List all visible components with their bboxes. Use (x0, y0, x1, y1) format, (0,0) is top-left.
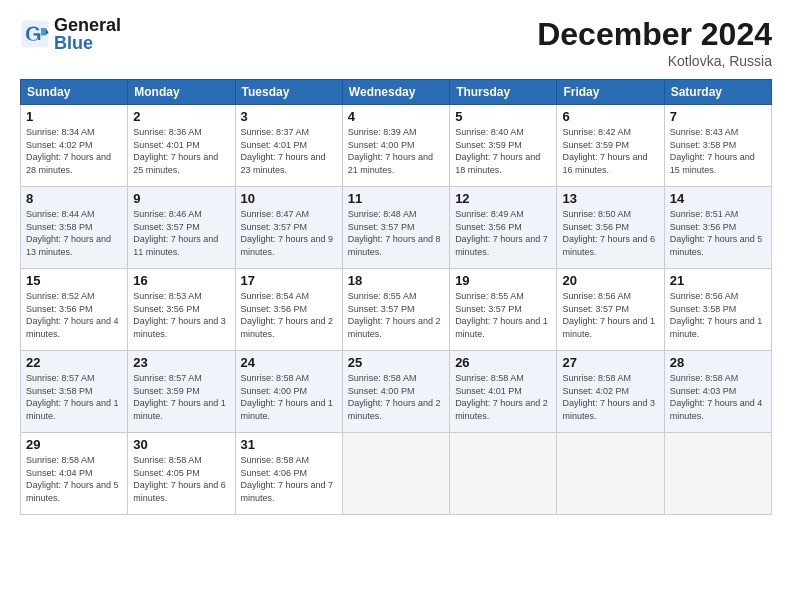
calendar-cell: 23Sunrise: 8:57 AMSunset: 3:59 PMDayligh… (128, 351, 235, 433)
day-info: Sunrise: 8:58 AMSunset: 4:00 PMDaylight:… (348, 372, 444, 422)
column-header-thursday: Thursday (450, 80, 557, 105)
calendar-cell: 16Sunrise: 8:53 AMSunset: 3:56 PMDayligh… (128, 269, 235, 351)
day-number: 20 (562, 273, 658, 288)
calendar-cell: 25Sunrise: 8:58 AMSunset: 4:00 PMDayligh… (342, 351, 449, 433)
day-info: Sunrise: 8:53 AMSunset: 3:56 PMDaylight:… (133, 290, 229, 340)
day-info: Sunrise: 8:54 AMSunset: 3:56 PMDaylight:… (241, 290, 337, 340)
day-info: Sunrise: 8:58 AMSunset: 4:01 PMDaylight:… (455, 372, 551, 422)
day-number: 28 (670, 355, 766, 370)
logo-text: General Blue (54, 16, 121, 52)
calendar-cell: 9Sunrise: 8:46 AMSunset: 3:57 PMDaylight… (128, 187, 235, 269)
day-info: Sunrise: 8:52 AMSunset: 3:56 PMDaylight:… (26, 290, 122, 340)
day-info: Sunrise: 8:47 AMSunset: 3:57 PMDaylight:… (241, 208, 337, 258)
page-header: General Blue December 2024 Kotlovka, Rus… (20, 16, 772, 69)
day-info: Sunrise: 8:49 AMSunset: 3:56 PMDaylight:… (455, 208, 551, 258)
day-info: Sunrise: 8:51 AMSunset: 3:56 PMDaylight:… (670, 208, 766, 258)
column-header-saturday: Saturday (664, 80, 771, 105)
column-header-sunday: Sunday (21, 80, 128, 105)
day-number: 26 (455, 355, 551, 370)
calendar-week-row: 22Sunrise: 8:57 AMSunset: 3:58 PMDayligh… (21, 351, 772, 433)
calendar-header-row: SundayMondayTuesdayWednesdayThursdayFrid… (21, 80, 772, 105)
calendar-cell: 28Sunrise: 8:58 AMSunset: 4:03 PMDayligh… (664, 351, 771, 433)
calendar-cell: 10Sunrise: 8:47 AMSunset: 3:57 PMDayligh… (235, 187, 342, 269)
calendar-cell: 12Sunrise: 8:49 AMSunset: 3:56 PMDayligh… (450, 187, 557, 269)
day-number: 18 (348, 273, 444, 288)
column-header-tuesday: Tuesday (235, 80, 342, 105)
location: Kotlovka, Russia (537, 53, 772, 69)
day-number: 3 (241, 109, 337, 124)
calendar-cell: 30Sunrise: 8:58 AMSunset: 4:05 PMDayligh… (128, 433, 235, 515)
calendar-cell: 24Sunrise: 8:58 AMSunset: 4:00 PMDayligh… (235, 351, 342, 433)
calendar-table: SundayMondayTuesdayWednesdayThursdayFrid… (20, 79, 772, 515)
day-info: Sunrise: 8:57 AMSunset: 3:58 PMDaylight:… (26, 372, 122, 422)
day-number: 21 (670, 273, 766, 288)
day-number: 6 (562, 109, 658, 124)
calendar-week-row: 29Sunrise: 8:58 AMSunset: 4:04 PMDayligh… (21, 433, 772, 515)
calendar-cell: 22Sunrise: 8:57 AMSunset: 3:58 PMDayligh… (21, 351, 128, 433)
day-number: 5 (455, 109, 551, 124)
day-info: Sunrise: 8:56 AMSunset: 3:58 PMDaylight:… (670, 290, 766, 340)
calendar-week-row: 1Sunrise: 8:34 AMSunset: 4:02 PMDaylight… (21, 105, 772, 187)
calendar-cell: 15Sunrise: 8:52 AMSunset: 3:56 PMDayligh… (21, 269, 128, 351)
day-number: 22 (26, 355, 122, 370)
calendar-cell: 29Sunrise: 8:58 AMSunset: 4:04 PMDayligh… (21, 433, 128, 515)
month-title: December 2024 (537, 16, 772, 53)
day-info: Sunrise: 8:58 AMSunset: 4:04 PMDaylight:… (26, 454, 122, 504)
calendar-cell (342, 433, 449, 515)
calendar-page: General Blue December 2024 Kotlovka, Rus… (0, 0, 792, 612)
calendar-cell: 11Sunrise: 8:48 AMSunset: 3:57 PMDayligh… (342, 187, 449, 269)
day-number: 10 (241, 191, 337, 206)
day-info: Sunrise: 8:56 AMSunset: 3:57 PMDaylight:… (562, 290, 658, 340)
calendar-week-row: 8Sunrise: 8:44 AMSunset: 3:58 PMDaylight… (21, 187, 772, 269)
day-number: 23 (133, 355, 229, 370)
column-header-friday: Friday (557, 80, 664, 105)
day-info: Sunrise: 8:50 AMSunset: 3:56 PMDaylight:… (562, 208, 658, 258)
day-info: Sunrise: 8:58 AMSunset: 4:02 PMDaylight:… (562, 372, 658, 422)
day-number: 16 (133, 273, 229, 288)
day-number: 14 (670, 191, 766, 206)
day-number: 9 (133, 191, 229, 206)
day-number: 27 (562, 355, 658, 370)
day-info: Sunrise: 8:55 AMSunset: 3:57 PMDaylight:… (455, 290, 551, 340)
calendar-cell: 13Sunrise: 8:50 AMSunset: 3:56 PMDayligh… (557, 187, 664, 269)
calendar-cell: 7Sunrise: 8:43 AMSunset: 3:58 PMDaylight… (664, 105, 771, 187)
day-info: Sunrise: 8:58 AMSunset: 4:06 PMDaylight:… (241, 454, 337, 504)
day-info: Sunrise: 8:40 AMSunset: 3:59 PMDaylight:… (455, 126, 551, 176)
day-info: Sunrise: 8:39 AMSunset: 4:00 PMDaylight:… (348, 126, 444, 176)
calendar-cell: 26Sunrise: 8:58 AMSunset: 4:01 PMDayligh… (450, 351, 557, 433)
day-info: Sunrise: 8:58 AMSunset: 4:00 PMDaylight:… (241, 372, 337, 422)
logo: General Blue (20, 16, 121, 52)
day-number: 1 (26, 109, 122, 124)
day-info: Sunrise: 8:36 AMSunset: 4:01 PMDaylight:… (133, 126, 229, 176)
calendar-cell: 21Sunrise: 8:56 AMSunset: 3:58 PMDayligh… (664, 269, 771, 351)
calendar-cell: 18Sunrise: 8:55 AMSunset: 3:57 PMDayligh… (342, 269, 449, 351)
calendar-cell: 4Sunrise: 8:39 AMSunset: 4:00 PMDaylight… (342, 105, 449, 187)
day-number: 7 (670, 109, 766, 124)
calendar-cell: 3Sunrise: 8:37 AMSunset: 4:01 PMDaylight… (235, 105, 342, 187)
column-header-wednesday: Wednesday (342, 80, 449, 105)
calendar-cell: 27Sunrise: 8:58 AMSunset: 4:02 PMDayligh… (557, 351, 664, 433)
calendar-cell: 5Sunrise: 8:40 AMSunset: 3:59 PMDaylight… (450, 105, 557, 187)
day-info: Sunrise: 8:55 AMSunset: 3:57 PMDaylight:… (348, 290, 444, 340)
day-number: 19 (455, 273, 551, 288)
day-number: 13 (562, 191, 658, 206)
day-number: 11 (348, 191, 444, 206)
calendar-cell (557, 433, 664, 515)
day-number: 17 (241, 273, 337, 288)
day-number: 29 (26, 437, 122, 452)
day-info: Sunrise: 8:44 AMSunset: 3:58 PMDaylight:… (26, 208, 122, 258)
calendar-cell: 1Sunrise: 8:34 AMSunset: 4:02 PMDaylight… (21, 105, 128, 187)
day-info: Sunrise: 8:57 AMSunset: 3:59 PMDaylight:… (133, 372, 229, 422)
calendar-cell: 20Sunrise: 8:56 AMSunset: 3:57 PMDayligh… (557, 269, 664, 351)
logo-icon (20, 19, 50, 49)
title-block: December 2024 Kotlovka, Russia (537, 16, 772, 69)
calendar-cell: 8Sunrise: 8:44 AMSunset: 3:58 PMDaylight… (21, 187, 128, 269)
day-number: 25 (348, 355, 444, 370)
day-info: Sunrise: 8:48 AMSunset: 3:57 PMDaylight:… (348, 208, 444, 258)
day-number: 30 (133, 437, 229, 452)
calendar-cell: 19Sunrise: 8:55 AMSunset: 3:57 PMDayligh… (450, 269, 557, 351)
calendar-cell: 31Sunrise: 8:58 AMSunset: 4:06 PMDayligh… (235, 433, 342, 515)
calendar-cell: 14Sunrise: 8:51 AMSunset: 3:56 PMDayligh… (664, 187, 771, 269)
day-number: 12 (455, 191, 551, 206)
day-number: 15 (26, 273, 122, 288)
